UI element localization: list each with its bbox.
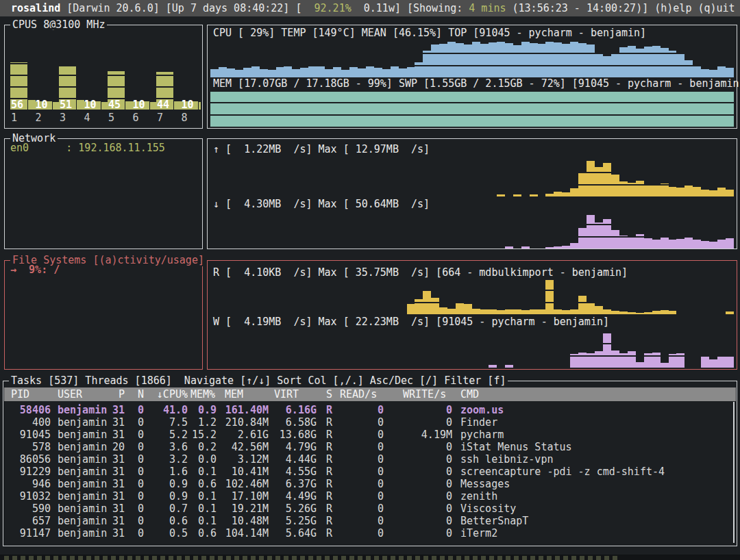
process-cell: 1.2 xyxy=(188,416,217,429)
process-row-selected[interactable]: 58406benjamin31041.00.9161.40M6.16GR00zo… xyxy=(4,404,736,416)
process-row[interactable]: 590benjamin3100.70.119.21M5.26GR00Viscos… xyxy=(4,502,736,515)
process-table-rows: 58406benjamin31041.00.9161.40M6.16GR00zo… xyxy=(4,404,736,544)
titlebar-segment: 0.11w] [Showing: xyxy=(352,2,469,14)
graph-bar xyxy=(611,230,619,249)
column-header-cmd[interactable]: CMD xyxy=(460,388,736,400)
disk-write-graph xyxy=(210,329,734,368)
graph-bar xyxy=(456,43,464,77)
graph-bar xyxy=(489,42,497,77)
process-cell: Finder xyxy=(460,416,736,429)
graph-bar xyxy=(513,309,521,314)
graph-bar xyxy=(628,351,636,368)
graph-bar xyxy=(349,67,358,77)
process-cell: 42.56M xyxy=(217,441,269,453)
graph-bar xyxy=(726,238,734,249)
process-row[interactable]: 91032benjamin3100.90.117.10M4.49GR00zeni… xyxy=(4,490,736,502)
graph-bar xyxy=(628,46,636,77)
graph-bar xyxy=(661,238,669,249)
process-table-header: PIDUSERPN↓CPU%MEM%MEMVIRTSREAD/sWRITE/sC… xyxy=(4,387,736,401)
graph-bar xyxy=(554,42,562,77)
graph-bar xyxy=(235,70,243,77)
column-header-reads[interactable]: READ/s xyxy=(340,388,384,400)
graph-bar xyxy=(268,92,276,127)
cpu-core-load-label: 44 xyxy=(157,99,169,111)
graph-bar xyxy=(415,62,423,77)
graph-bar xyxy=(709,359,717,368)
process-cell: 0.1 xyxy=(188,515,217,527)
process-cell: 31 xyxy=(112,404,125,416)
graph-bar xyxy=(545,42,554,77)
column-header-virt[interactable]: VIRT xyxy=(269,388,317,400)
graph-bar xyxy=(431,44,439,77)
column-header-p[interactable]: P xyxy=(112,388,125,400)
graph-bar xyxy=(284,92,292,127)
graph-bar xyxy=(587,161,595,196)
process-cell: 0.9 xyxy=(188,404,217,416)
process-cell: 5.25G xyxy=(269,515,317,527)
process-cell: R xyxy=(326,490,340,502)
process-row[interactable]: 91229benjamin3101.60.110.41M4.55GR00scre… xyxy=(4,466,736,478)
graph-bar xyxy=(505,92,513,127)
process-cell: 0 xyxy=(340,416,384,429)
process-cell: 17.10M xyxy=(217,490,269,502)
graph-bar xyxy=(619,236,628,249)
column-header-s[interactable]: S xyxy=(326,388,340,400)
column-header-user[interactable]: USER xyxy=(58,388,112,400)
graph-bar xyxy=(628,237,636,249)
graph-bar xyxy=(669,311,677,314)
process-cell: R xyxy=(326,478,340,490)
column-header-mem[interactable]: MEM xyxy=(217,388,269,400)
graph-bar xyxy=(562,92,570,127)
column-header-mem[interactable]: MEM% xyxy=(188,388,217,400)
graph-bar xyxy=(366,92,374,127)
process-row[interactable]: 400benjamin3107.51.2210.84M6.58GR00Finde… xyxy=(4,416,736,429)
graph-bar xyxy=(578,228,587,249)
cpu-core-load-label: 10 xyxy=(133,99,145,111)
graph-bar xyxy=(619,181,628,196)
disk-write-line: W [ 4.19MB /s] Max [ 22.23MB /s] [91045 … xyxy=(213,316,609,328)
graph-bar xyxy=(570,42,578,77)
process-row[interactable]: 86056benjamin3103.20.03.12M4.44GR00ssh l… xyxy=(4,453,736,466)
graph-bar xyxy=(227,92,235,127)
process-row[interactable]: 946benjamin3100.90.6102.46M6.37GR00Messa… xyxy=(4,478,736,490)
process-cell: 31 xyxy=(112,490,125,502)
table-scrollbar[interactable] xyxy=(733,402,735,543)
graph-bar xyxy=(701,190,709,196)
cpu-core-load-label: 10 xyxy=(84,99,97,111)
graph-bar xyxy=(472,92,480,127)
column-header-cpu[interactable]: ↓CPU% xyxy=(144,388,188,400)
graph-bar xyxy=(595,167,603,197)
graph-bar xyxy=(407,304,415,314)
graph-bar xyxy=(439,92,447,127)
cpu-core-bar-group: 447 xyxy=(156,27,182,110)
graph-bar xyxy=(603,56,611,77)
graph-bar xyxy=(611,175,619,196)
graph-bar xyxy=(341,92,349,127)
graph-bar xyxy=(726,356,734,368)
process-cell: 0.0 xyxy=(188,453,217,466)
process-cell: 210.84M xyxy=(217,416,269,429)
process-row[interactable]: 91045benjamin3105.215.22.61G13.68GR04.19… xyxy=(4,429,736,441)
column-header-n[interactable]: N xyxy=(125,388,144,400)
column-header-writes[interactable]: WRITE/s xyxy=(384,388,452,400)
graph-bar xyxy=(447,42,456,77)
process-cell: benjamin xyxy=(58,478,112,490)
process-cell: 20 xyxy=(112,441,125,453)
process-cell: 4.44G xyxy=(269,453,317,466)
graph-bar xyxy=(530,43,538,77)
column-header-pid[interactable]: PID xyxy=(10,388,51,400)
graph-bar xyxy=(308,92,317,127)
graph-bar xyxy=(661,363,669,368)
graph-bar xyxy=(562,310,570,315)
process-row[interactable]: 91147benjamin3100.50.6104.14M5.64GR00iTe… xyxy=(4,527,736,539)
graph-bar xyxy=(652,240,661,249)
process-cell: benjamin xyxy=(58,490,112,502)
process-row[interactable]: 657benjamin3100.60.110.48M5.25GR00Better… xyxy=(4,515,736,527)
tasks-panel: Tasks [537] Threads [1866] Navigate [↑/↓… xyxy=(3,381,737,546)
graph-bar xyxy=(284,66,292,77)
process-row[interactable]: 578benjamin2003.60.242.56M4.79GR00iStat … xyxy=(4,441,736,453)
graph-bar xyxy=(636,92,644,127)
cpu-core-bar-group: 106 xyxy=(132,27,158,110)
graph-bar xyxy=(676,353,684,368)
process-cell: 0.1 xyxy=(188,490,217,502)
